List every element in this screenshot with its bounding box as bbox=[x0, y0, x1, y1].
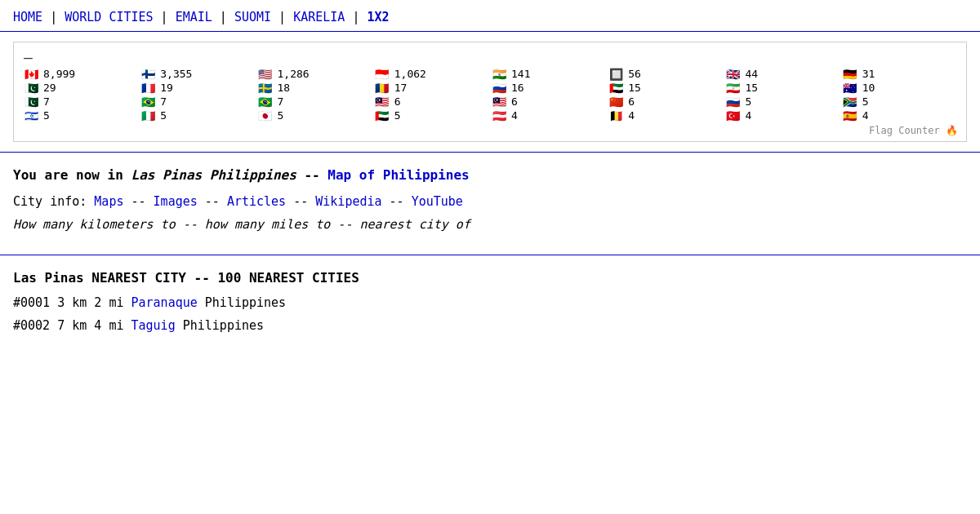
nav-separator: | bbox=[42, 10, 65, 24]
flag-count: 4 bbox=[746, 109, 752, 122]
city-info-link-youtube[interactable]: YouTube bbox=[412, 194, 463, 209]
flag-counter-footer[interactable]: Flag Counter 🔥 bbox=[22, 125, 958, 136]
flag-count: 15 bbox=[628, 82, 641, 94]
flag-icon: 🇨🇳 bbox=[607, 96, 625, 108]
flag-count: 1,062 bbox=[394, 68, 426, 80]
how-many-line: How many kilometers to -- how many miles… bbox=[13, 217, 967, 232]
flag-icon: 🇦🇹 bbox=[490, 110, 508, 122]
flag-count: 6 bbox=[394, 95, 401, 108]
flag-cell: 🇦🇺10 bbox=[841, 82, 958, 94]
flag-count: 18 bbox=[278, 82, 291, 94]
flag-cell: 🇷🇺16 bbox=[490, 82, 607, 94]
flag-cell: 🇩🇪31 bbox=[841, 68, 958, 80]
nav-separator: | bbox=[345, 10, 367, 24]
flag-icon: 🇲🇾 bbox=[373, 96, 391, 108]
flag-count: 3,355 bbox=[160, 68, 192, 80]
city-entry: #0002 7 km 4 mi Taguig Philippines bbox=[13, 318, 967, 333]
flag-cell: 🇨🇦8,999 bbox=[22, 68, 139, 80]
flag-count: 16 bbox=[511, 82, 524, 94]
flag-count: 5 bbox=[394, 109, 401, 122]
flag-icon: 🇺🇸 bbox=[256, 69, 274, 80]
flag-icon: 🇷🇴 bbox=[373, 82, 391, 94]
flag-counter: — 🇨🇦8,999🇫🇮3,355🇺🇸1,286🇮🇩1,062🇮🇳141🔲56🇬🇧… bbox=[13, 42, 967, 142]
flag-icon: 🇪🇸 bbox=[841, 110, 859, 122]
flag-cell: 🇺🇸1,286 bbox=[256, 68, 373, 80]
nearest-cities-list: #0001 3 km 2 mi Paranaque Philippines#00… bbox=[13, 295, 967, 333]
city-info-link-images[interactable]: Images bbox=[154, 194, 198, 209]
flag-count: 7 bbox=[278, 95, 284, 108]
flag-cell: 🇹🇷4 bbox=[724, 109, 841, 122]
flag-icon: 🇸🇪 bbox=[256, 82, 274, 94]
flag-icon: 🇹🇷 bbox=[724, 110, 742, 122]
flag-icon: 🇦🇺 bbox=[841, 82, 859, 94]
city-country: Philippines bbox=[198, 295, 286, 310]
flag-cell: 🇦🇹4 bbox=[490, 109, 607, 122]
nav-item-karelia[interactable]: KARELIA bbox=[293, 10, 345, 24]
flag-icon: 🇧🇷 bbox=[256, 96, 274, 108]
nav-item-home[interactable]: HOME bbox=[13, 10, 42, 24]
flag-cell: 🇫🇮3,355 bbox=[139, 68, 256, 80]
main-content: You are now in Las Pinas Philippines -- … bbox=[0, 159, 980, 248]
city-link[interactable]: Taguig bbox=[131, 318, 176, 333]
city-info-separator: -- bbox=[286, 194, 315, 209]
flag-row-2: 🇵🇰7🇧🇷7🇧🇷7🇲🇾6🇲🇾6🇨🇳6🇷🇺5🇿🇦5 bbox=[22, 95, 958, 108]
flag-icon: 🇮🇩 bbox=[373, 69, 391, 80]
flag-icon: 🇧🇪 bbox=[607, 110, 625, 122]
flag-count: 31 bbox=[862, 68, 875, 80]
flag-count: 5 bbox=[746, 95, 752, 108]
flag-cell: 🇧🇷7 bbox=[256, 95, 373, 108]
flag-row-3: 🇮🇱5🇮🇹5🇯🇵5🇦🇪5🇦🇹4🇧🇪4🇹🇷4🇪🇸4 bbox=[22, 109, 958, 122]
flag-count: 7 bbox=[160, 95, 167, 108]
flag-cell: 🇨🇳6 bbox=[607, 95, 724, 108]
flag-cell: 🇮🇷15 bbox=[724, 82, 841, 94]
flag-row-0: 🇨🇦8,999🇫🇮3,355🇺🇸1,286🇮🇩1,062🇮🇳141🔲56🇬🇧44… bbox=[22, 68, 958, 80]
nav-item-email[interactable]: EMAIL bbox=[176, 10, 212, 24]
city-entry-info: #0001 3 km 2 mi bbox=[13, 295, 131, 310]
city-info-link-maps[interactable]: Maps bbox=[94, 194, 123, 209]
flag-count: 8,999 bbox=[43, 68, 75, 80]
flag-cell: 🇿🇦5 bbox=[841, 95, 958, 108]
flag-icon: 🇷🇺 bbox=[490, 82, 508, 94]
flag-icon: 🇨🇦 bbox=[22, 69, 40, 80]
flag-icon: 🇦🇪 bbox=[373, 110, 391, 122]
flag-cell: 🇦🇪15 bbox=[607, 82, 724, 94]
city-info-separator: -- bbox=[382, 194, 412, 209]
flag-cell: 🇧🇷7 bbox=[139, 95, 256, 108]
flag-count: 4 bbox=[511, 109, 518, 122]
flag-cell: 🇫🇷19 bbox=[139, 82, 256, 94]
flag-icon: 🇮🇱 bbox=[22, 110, 40, 122]
flag-count: 4 bbox=[862, 109, 869, 122]
nav-separator: | bbox=[212, 10, 234, 24]
nav-item-world-cities[interactable]: WORLD CITIES bbox=[65, 10, 153, 24]
flag-icon: 🇷🇺 bbox=[724, 96, 742, 108]
city-info-links: Maps -- Images -- Articles -- Wikipedia … bbox=[94, 194, 463, 209]
flag-cell: 🇯🇵5 bbox=[256, 109, 373, 122]
city-info-label: City info: bbox=[13, 194, 87, 209]
flag-count: 15 bbox=[746, 82, 759, 94]
nav-item-1x2[interactable]: 1X2 bbox=[368, 10, 390, 24]
city-info-link-wikipedia[interactable]: Wikipedia bbox=[315, 194, 381, 209]
flag-count: 141 bbox=[511, 68, 530, 80]
flag-count: 17 bbox=[394, 82, 408, 94]
flag-icon: 🇲🇾 bbox=[490, 96, 508, 108]
flag-cell: 🇷🇴17 bbox=[373, 82, 490, 94]
city-info-separator: -- bbox=[198, 194, 227, 209]
flag-cell: 🇮🇹5 bbox=[139, 109, 256, 122]
flag-dash: — bbox=[22, 49, 958, 66]
flag-count: 56 bbox=[628, 68, 641, 80]
location-prefix: You are now in bbox=[13, 167, 131, 183]
nav-separator: | bbox=[271, 10, 293, 24]
map-link[interactable]: Map of Philippines bbox=[327, 167, 469, 183]
flag-count: 6 bbox=[628, 95, 635, 108]
city-link[interactable]: Paranaque bbox=[131, 295, 198, 310]
flag-cell: 🇲🇾6 bbox=[373, 95, 490, 108]
divider-1 bbox=[0, 152, 980, 153]
city-country: Philippines bbox=[176, 318, 264, 333]
nav-item-suomi[interactable]: SUOMI bbox=[234, 10, 271, 24]
flag-count: 1,286 bbox=[278, 68, 310, 80]
flag-cell: 🇦🇪5 bbox=[373, 109, 490, 122]
flag-cell: 🇵🇰29 bbox=[22, 82, 139, 94]
flag-icon: 🇮🇹 bbox=[139, 110, 157, 122]
flag-count: 6 bbox=[511, 95, 518, 108]
city-info-link-articles[interactable]: Articles bbox=[227, 194, 286, 209]
